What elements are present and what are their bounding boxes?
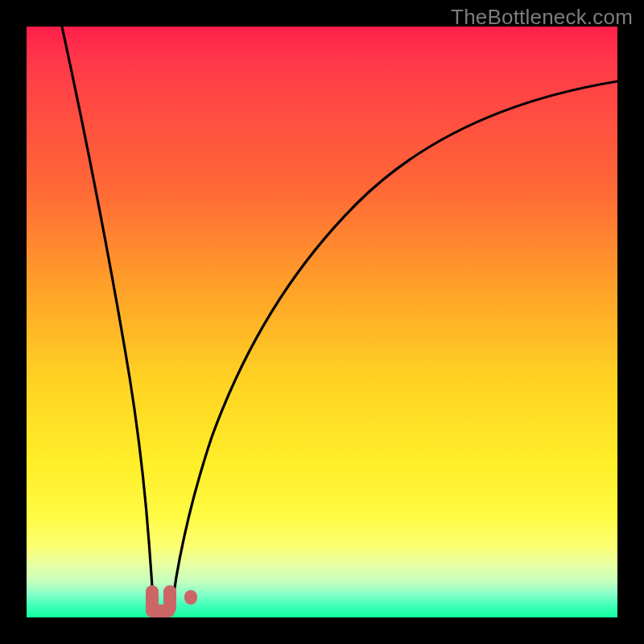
plot-area <box>27 27 617 617</box>
watermark-text: TheBottleneck.com <box>451 5 633 30</box>
left-curve <box>62 27 154 612</box>
right-curve <box>171 81 617 612</box>
chart-frame: TheBottleneck.com <box>0 0 644 644</box>
minimum-marker-dot <box>184 590 197 605</box>
bottleneck-curves <box>27 27 617 617</box>
minimum-marker-right <box>163 585 176 614</box>
